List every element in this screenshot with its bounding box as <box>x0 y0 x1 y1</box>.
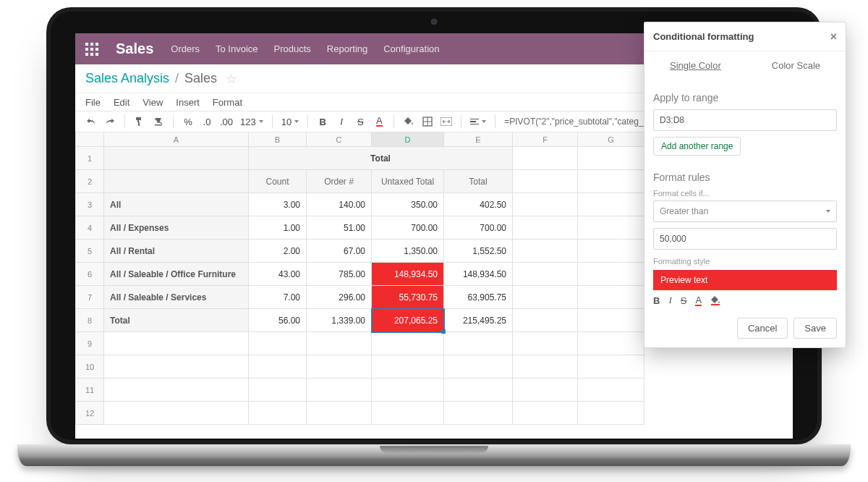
dec-0-button[interactable]: .0 <box>201 115 213 128</box>
cell[interactable]: 296.00 <box>307 286 372 309</box>
cell[interactable] <box>513 309 578 332</box>
cell[interactable] <box>249 379 307 402</box>
italic-button[interactable]: I <box>336 115 347 128</box>
cell[interactable] <box>578 263 644 286</box>
cell[interactable] <box>104 332 249 355</box>
cell[interactable]: All / Rental <box>104 240 249 263</box>
cell[interactable]: 785.00 <box>307 263 372 286</box>
cell[interactable] <box>104 147 249 170</box>
bold-button[interactable]: B <box>317 115 328 128</box>
clear-format-icon[interactable] <box>153 115 164 128</box>
cell[interactable] <box>513 402 578 425</box>
row-header[interactable]: 12 <box>75 402 104 425</box>
cell[interactable]: 7.00 <box>249 286 307 309</box>
breadcrumb-link[interactable]: Sales Analysis <box>85 71 169 86</box>
style-bold-button[interactable]: B <box>653 295 660 306</box>
menu-to-invoice[interactable]: To Invoice <box>216 43 258 54</box>
cell[interactable]: 700.00 <box>444 216 513 240</box>
style-italic-button[interactable]: I <box>668 295 671 306</box>
cell[interactable]: 51.00 <box>307 216 372 240</box>
cell[interactable]: 1.00 <box>249 216 307 240</box>
col-header[interactable]: G <box>578 132 644 147</box>
col-header[interactable]: A <box>104 132 249 147</box>
cell[interactable] <box>513 355 578 379</box>
col-header[interactable]: B <box>249 132 307 147</box>
cell[interactable] <box>104 402 249 425</box>
range-input[interactable] <box>653 109 837 131</box>
cell[interactable] <box>372 402 444 425</box>
cell[interactable]: 215,495.25 <box>444 309 513 332</box>
cell[interactable] <box>307 402 372 425</box>
menu-configuration[interactable]: Configuration <box>383 43 439 54</box>
cell[interactable]: 1,552.50 <box>444 240 513 263</box>
cell[interactable] <box>578 286 644 309</box>
cell[interactable]: 148,934.50 <box>444 263 513 286</box>
style-strike-button[interactable]: S <box>681 295 687 306</box>
redo-icon[interactable] <box>104 115 116 128</box>
row-header[interactable]: 8 <box>75 309 104 332</box>
apps-icon[interactable] <box>85 43 98 56</box>
cell[interactable]: Order # <box>307 170 372 193</box>
row-header[interactable]: 11 <box>75 379 104 402</box>
cell[interactable] <box>513 240 578 263</box>
cell[interactable]: 3.00 <box>249 193 307 216</box>
cell[interactable]: 1,350.00 <box>372 240 444 263</box>
tab-color-scale[interactable]: Color Scale <box>772 60 820 71</box>
cell[interactable] <box>104 355 249 379</box>
paint-format-icon[interactable] <box>134 115 145 128</box>
cell[interactable]: Untaxed Total <box>372 170 444 193</box>
cell[interactable] <box>578 355 644 379</box>
align-dropdown[interactable] <box>470 119 486 125</box>
cell[interactable]: Total <box>249 147 513 170</box>
menu-orders[interactable]: Orders <box>171 43 200 54</box>
row-header[interactable]: 3 <box>75 193 104 216</box>
cell[interactable] <box>513 379 578 402</box>
row-header[interactable]: 5 <box>75 240 104 263</box>
number-format-dropdown[interactable]: 123 <box>240 117 263 127</box>
cell[interactable]: 350.00 <box>372 193 444 216</box>
cell[interactable]: Total <box>104 309 249 332</box>
cell[interactable]: 55,730.75 <box>372 286 444 309</box>
cell[interactable] <box>578 379 644 402</box>
menu-reporting[interactable]: Reporting <box>327 43 367 54</box>
cell[interactable] <box>578 240 644 263</box>
cell[interactable] <box>578 402 644 425</box>
cell[interactable] <box>104 170 249 193</box>
cell[interactable] <box>513 216 578 240</box>
cell[interactable]: 2.00 <box>249 240 307 263</box>
cell[interactable] <box>513 263 578 286</box>
cell[interactable] <box>578 309 644 332</box>
col-header[interactable]: D <box>372 132 444 147</box>
cell[interactable] <box>104 379 249 402</box>
cell[interactable] <box>444 402 513 425</box>
fill-color-icon[interactable] <box>403 115 414 128</box>
cell[interactable] <box>513 332 578 355</box>
cell[interactable] <box>444 379 513 402</box>
style-fill-color-icon[interactable] <box>710 295 720 305</box>
cell[interactable] <box>578 332 644 355</box>
cell[interactable]: 43.00 <box>249 263 307 286</box>
cell[interactable]: All / Expenses <box>104 216 249 240</box>
dec-00-button[interactable]: .00 <box>220 115 233 128</box>
cell[interactable] <box>513 170 578 193</box>
strike-button[interactable]: S <box>354 115 366 128</box>
row-header[interactable]: 1 <box>75 147 104 170</box>
cell[interactable] <box>578 193 644 216</box>
style-text-color-button[interactable]: A <box>695 295 702 306</box>
cell[interactable]: 1,339.00 <box>307 309 372 332</box>
font-size-dropdown[interactable]: 10 <box>281 117 299 127</box>
cell[interactable] <box>249 402 307 425</box>
cell[interactable] <box>444 332 513 355</box>
cell[interactable]: 140.00 <box>307 193 372 216</box>
menu-format[interactable]: Format <box>213 97 242 108</box>
cell[interactable] <box>578 147 644 170</box>
add-range-button[interactable]: Add another range <box>653 137 741 156</box>
row-header[interactable]: 7 <box>75 286 104 309</box>
save-button[interactable]: Save <box>793 318 837 339</box>
cell[interactable]: All / Saleable / Services <box>104 286 249 309</box>
menu-file[interactable]: File <box>85 97 101 108</box>
cell[interactable] <box>372 355 444 379</box>
cell[interactable] <box>307 355 372 379</box>
threshold-input[interactable] <box>653 228 837 250</box>
cell[interactable]: Count <box>249 170 307 193</box>
